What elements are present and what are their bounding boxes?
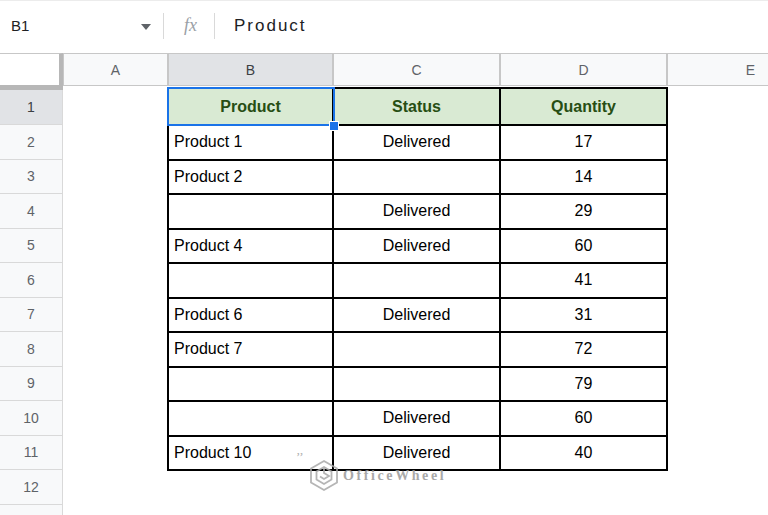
table-cell[interactable]	[333, 332, 500, 367]
row-header-13[interactable]: 13	[0, 505, 63, 515]
chevron-down-icon[interactable]	[141, 24, 151, 30]
table-cell[interactable]: 31	[500, 298, 667, 333]
row-header-11[interactable]: 11	[0, 436, 63, 471]
row-header-7[interactable]: 7	[0, 298, 63, 333]
table-cell[interactable]: 60	[500, 401, 667, 436]
row-header-6[interactable]: 6	[0, 263, 63, 298]
fill-handle[interactable]	[329, 121, 339, 131]
table-cell[interactable]: Delivered	[333, 401, 500, 436]
table-cell[interactable]	[333, 160, 500, 195]
row-header-8[interactable]: 8	[0, 332, 63, 367]
table-cell[interactable]: Product 1	[168, 125, 333, 160]
row-header-5[interactable]: 5	[0, 229, 63, 264]
table-cell[interactable]: Delivered	[333, 436, 500, 471]
divider	[214, 13, 215, 39]
select-all-corner[interactable]	[0, 53, 63, 90]
divider	[163, 13, 164, 39]
name-box[interactable]: B1	[0, 1, 163, 50]
column-header-d[interactable]: D	[500, 53, 667, 86]
table-cell[interactable]: Product 4	[168, 229, 333, 264]
table-header-status[interactable]: Status	[333, 88, 500, 125]
row-header-4[interactable]: 4	[0, 194, 63, 229]
column-header-c[interactable]: C	[333, 53, 500, 86]
row-header-3[interactable]: 3	[0, 160, 63, 195]
table-cell[interactable]: 41	[500, 263, 667, 298]
formula-input[interactable]: Product	[234, 16, 307, 36]
table-cell[interactable]: 14	[500, 160, 667, 195]
table-cell[interactable]: Product 7	[168, 332, 333, 367]
table-cell[interactable]: 17	[500, 125, 667, 160]
table-cell[interactable]	[168, 367, 333, 402]
row-header-9[interactable]: 9	[0, 367, 63, 402]
table-cell[interactable]: Delivered	[333, 194, 500, 229]
table-cell[interactable]: Product 10	[168, 436, 333, 471]
table-cell[interactable]: Product 2	[168, 160, 333, 195]
data-table: Product Status Quantity Product 1 Delive…	[167, 87, 668, 471]
column-header-e[interactable]: E	[667, 53, 768, 86]
table-cell[interactable]	[168, 401, 333, 436]
table-cell[interactable]	[168, 194, 333, 229]
table-cell[interactable]: 60	[500, 229, 667, 264]
table-cell[interactable]: Delivered	[333, 298, 500, 333]
column-header-a[interactable]: A	[63, 53, 168, 86]
table-header-quantity[interactable]: Quantity	[500, 88, 667, 125]
table-cell[interactable]: 79	[500, 367, 667, 402]
table-cell[interactable]: Delivered	[333, 125, 500, 160]
table-cell[interactable]: 29	[500, 194, 667, 229]
table-cell[interactable]: Product 6	[168, 298, 333, 333]
formula-bar: B1 fx Product	[0, 0, 768, 50]
row-header-1[interactable]: 1	[0, 90, 63, 125]
table-cell[interactable]	[333, 367, 500, 402]
table-cell[interactable]: 40	[500, 436, 667, 471]
table-header-product[interactable]: Product	[168, 88, 333, 125]
cell-reference: B1	[11, 17, 29, 34]
fx-icon: fx	[184, 15, 197, 36]
column-header-b[interactable]: B	[168, 53, 333, 86]
row-header-12[interactable]: 12	[0, 470, 63, 505]
table-cell[interactable]: 72	[500, 332, 667, 367]
table-cell[interactable]	[333, 263, 500, 298]
row-header-2[interactable]: 2	[0, 125, 63, 160]
table-cell[interactable]	[168, 263, 333, 298]
row-header-10[interactable]: 10	[0, 401, 63, 436]
table-cell[interactable]: Delivered	[333, 229, 500, 264]
